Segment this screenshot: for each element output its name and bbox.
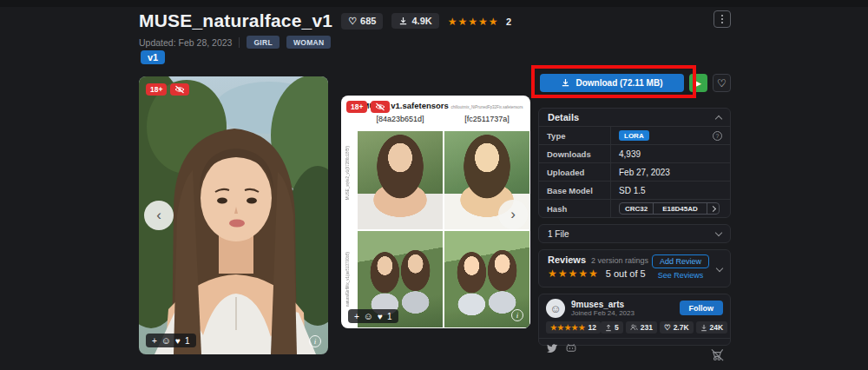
header: MUSE_naturalface_v1 ♡ 685 4.9K ★★★★★ 2 — [139, 10, 511, 31]
grid-row-label-bottom: naturalGirlMix_v1(ae513790b8) — [345, 252, 350, 307]
detail-row-type: Type LORA ? — [539, 126, 730, 144]
downloads-stat: 4.9K — [391, 13, 438, 29]
model-page: MUSE_naturalface_v1 ♡ 685 4.9K ★★★★★ 2 U… — [0, 0, 868, 370]
heart-outline-icon: ♡ — [717, 77, 727, 89]
likes-stat: ♡ 685 — [341, 13, 383, 30]
creator-downloads-stat: 24K — [696, 321, 728, 334]
details-header[interactable]: Details — [539, 109, 730, 126]
download-icon — [700, 324, 707, 332]
smiley-icon: ☺ — [161, 335, 171, 346]
carousel-prev-button[interactable]: ‹ — [144, 201, 174, 230]
files-section[interactable]: 1 File — [538, 224, 731, 243]
creator-followers-stat: 231 — [626, 321, 657, 334]
creator-rating: ★★★★★ 12 — [546, 321, 601, 334]
tag-girl[interactable]: GIRL — [247, 36, 279, 49]
page-title: MUSE_naturalface_v1 — [139, 10, 332, 31]
reviews-score: 5 out of 5 — [606, 268, 646, 279]
reviews-title: Reviews — [548, 254, 586, 265]
hide-image-button[interactable] — [170, 83, 189, 96]
chevron-left-icon: ‹ — [156, 207, 161, 224]
image-info-button[interactable]: i — [511, 309, 523, 321]
chevron-right-icon — [710, 205, 716, 211]
heart-outline-icon: ♡ — [348, 16, 357, 27]
detail-row-downloads: Downloads 4,939 — [539, 144, 730, 162]
creator-likes-stat: ♡ 2.7K — [660, 321, 694, 334]
more-menu-button[interactable] — [713, 10, 731, 28]
preview-image-card[interactable]: 18+ ‹ + ☺ ♥ 1 i — [139, 76, 328, 354]
image-info-button[interactable]: i — [309, 335, 321, 347]
creator-avatar[interactable]: ☺ — [546, 299, 565, 318]
type-badge[interactable]: LORA — [619, 130, 649, 141]
kebab-dot — [721, 18, 723, 20]
updated-date: Updated: Feb 28, 2023 — [139, 37, 232, 48]
chevron-down-icon — [715, 228, 722, 235]
creator-card: ☺ 9muses_arts Joined Feb 24, 2023 Follow… — [538, 294, 731, 346]
hide-image-button[interactable] — [371, 101, 390, 113]
grid-row-label-top: MUSE_style2_v1(97286c18f5f) — [345, 146, 350, 200]
grid-subtitle: chilloutmix_NiPrunedFp32Fix.safetensors — [450, 105, 523, 109]
hash-value[interactable]: E18D45AD — [653, 203, 706, 214]
run-model-button[interactable]: ▶ — [689, 74, 707, 92]
divider — [239, 37, 240, 48]
eye-off-icon — [375, 102, 385, 111]
smiley-icon: ☺ — [364, 311, 373, 321]
no-stroller-icon[interactable] — [710, 347, 725, 366]
detail-row-hash: Hash CRC32 E18D45AD — [539, 199, 730, 217]
heart-count: 1 — [387, 312, 392, 321]
download-icon — [398, 17, 408, 26]
nsfw-badges: 18+ — [146, 83, 189, 96]
heart-count: 1 — [185, 336, 190, 346]
comparison-grid-card[interactable]: MUSE_v1.safetensors chilloutmix_NiPruned… — [341, 96, 530, 328]
reaction-bar[interactable]: + ☺ ♥ 1 — [348, 309, 398, 323]
plus-icon: + — [354, 312, 359, 321]
download-icon — [561, 78, 570, 88]
eye-off-icon — [174, 85, 185, 94]
kebab-dot — [721, 15, 723, 17]
add-review-button[interactable]: Add Review — [652, 254, 709, 268]
bilibili-icon[interactable] — [565, 342, 577, 353]
top-strip — [0, 0, 868, 7]
chevron-up-icon — [715, 115, 722, 122]
detail-row-base-model: Base Model SD 1.5 — [539, 181, 730, 199]
reviews-subtitle: 2 version ratings — [591, 256, 648, 265]
grid-image — [357, 130, 444, 230]
kebab-dot — [721, 22, 723, 23]
image-grid — [357, 130, 530, 328]
upload-icon — [605, 324, 612, 332]
stars-icon: ★★★★★ — [448, 16, 499, 28]
reviews-card: Reviews 2 version ratings ★★★★★ 5 out of… — [538, 249, 731, 287]
favorite-button[interactable]: ♡ — [713, 74, 731, 92]
hash-col-left: [84a23b651d] — [357, 115, 444, 123]
grid-hash-row: [84a23b651d] [fc2511737a] — [357, 115, 530, 123]
hash-control: CRC32 E18D45AD — [619, 202, 720, 215]
creator-joined: Joined Feb 24, 2023 — [571, 309, 635, 318]
carousel-next-button[interactable]: › — [498, 200, 528, 229]
plus-icon: + — [152, 336, 157, 346]
version-tab-v1[interactable]: v1 — [141, 50, 165, 64]
stars-icon: ★★★★★ — [548, 268, 599, 280]
hash-algo[interactable]: CRC32 — [620, 203, 653, 214]
play-icon: ▶ — [695, 79, 701, 88]
question-icon[interactable]: ? — [713, 131, 722, 141]
users-icon — [630, 324, 638, 331]
details-card: Details Type LORA ? Downloads 4,939 Uplo… — [538, 108, 731, 218]
nsfw-badges: 18+ — [346, 101, 390, 113]
twitter-icon[interactable] — [546, 342, 557, 353]
heart-icon: ♥ — [378, 312, 383, 321]
meta-row: Updated: Feb 28, 2023 GIRL WOMAN — [139, 36, 331, 49]
detail-row-uploaded: Uploaded Feb 27, 2023 — [539, 162, 730, 181]
smiley-icon: ☺ — [549, 302, 561, 315]
hash-next-button[interactable] — [707, 203, 719, 214]
see-reviews-link[interactable]: See Reviews — [658, 271, 704, 280]
heart-outline-icon: ♡ — [664, 323, 671, 332]
rating-stat: ★★★★★ 2 — [448, 13, 511, 29]
heart-icon: ♥ — [175, 336, 181, 346]
reaction-bar[interactable]: + ☺ ♥ 1 — [146, 334, 196, 347]
tag-woman[interactable]: WOMAN — [286, 36, 332, 49]
follow-button[interactable]: Follow — [680, 301, 724, 315]
download-button[interactable]: Download (72.11 MB) — [540, 74, 684, 92]
nsfw-18-badge: 18+ — [146, 83, 167, 96]
nsfw-18-badge: 18+ — [346, 101, 367, 113]
chevron-right-icon: › — [510, 206, 516, 223]
creator-name[interactable]: 9muses_arts — [571, 300, 635, 309]
